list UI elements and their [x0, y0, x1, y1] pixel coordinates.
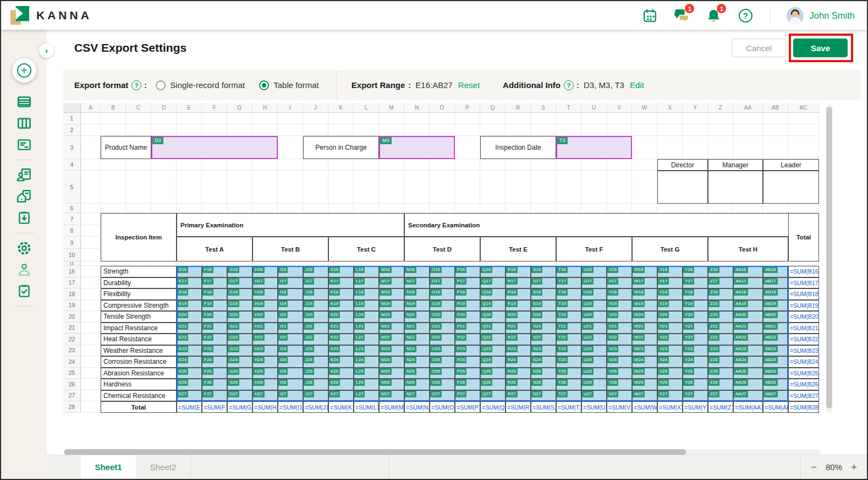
data-cell-e20[interactable]: E20 [177, 311, 202, 323]
data-cell-f20[interactable]: F20 [202, 311, 227, 323]
sheet-cell[interactable] [531, 113, 556, 124]
sheet-cell[interactable] [480, 261, 506, 266]
data-cell-j16[interactable]: J16 [303, 266, 328, 277]
data-cell-p21[interactable]: P21 [455, 323, 480, 334]
inspection-item-label[interactable]: Corrosion Resistance [101, 356, 177, 368]
data-cell-s20[interactable]: S20 [531, 311, 556, 323]
column-header-r[interactable]: R [506, 103, 531, 113]
data-cell-k22[interactable]: K22 [328, 334, 354, 345]
data-cell-i26[interactable]: I26 [278, 379, 303, 390]
column-total-formula-cell[interactable]: =SUM(I16: [278, 401, 303, 413]
data-cell-l18[interactable]: L18 [354, 288, 379, 300]
data-cell-j21[interactable]: J21 [303, 323, 328, 334]
chat-button[interactable]: 1 [674, 8, 689, 23]
data-cell-f16[interactable]: F16 [202, 266, 227, 277]
data-cell-w27[interactable]: W27 [632, 390, 657, 402]
sheet-cell[interactable] [278, 124, 303, 136]
row-header-2[interactable]: 2 [63, 124, 81, 136]
column-header-n[interactable]: N [404, 103, 430, 113]
data-cell-r22[interactable]: R22 [506, 334, 531, 345]
sheet-cell[interactable] [581, 124, 607, 136]
data-cell-aa23[interactable]: AA23 [733, 345, 763, 357]
row-header-18[interactable]: 18 [63, 288, 81, 300]
data-cell-f23[interactable]: F23 [202, 345, 227, 357]
sheet-cell[interactable] [480, 204, 506, 213]
data-cell-ab22[interactable]: AB22 [763, 334, 788, 345]
data-cell-h17[interactable]: H17 [252, 277, 278, 289]
sheet-cell[interactable] [81, 159, 101, 171]
data-cell-t26[interactable]: T26 [556, 379, 581, 390]
data-cell-r16[interactable]: R16 [506, 266, 531, 277]
column-total-formula-cell[interactable]: =SUM(R16: [506, 401, 531, 413]
data-cell-k17[interactable]: K17 [328, 277, 354, 289]
sheet-cell[interactable] [278, 159, 303, 171]
row-total-formula-cell[interactable]: =SUM(B26: [788, 379, 819, 390]
data-cell-g19[interactable]: G19 [227, 300, 252, 312]
inspection-item-label[interactable]: Heat Resistance [101, 334, 177, 345]
sheet-cell[interactable] [404, 159, 430, 171]
data-cell-u27[interactable]: U27 [581, 390, 607, 402]
column-total-formula-cell[interactable]: =SUM(W16: [632, 401, 657, 413]
data-cell-m18[interactable]: M18 [379, 288, 404, 300]
data-cell-v24[interactable]: V24 [607, 356, 632, 368]
data-cell-q24[interactable]: Q24 [480, 356, 506, 368]
data-cell-n20[interactable]: N20 [404, 311, 430, 323]
sheet-cell[interactable] [202, 171, 227, 204]
sheet-cell[interactable] [632, 204, 657, 213]
sheet-cell[interactable] [708, 204, 733, 213]
tab-sheet2[interactable]: Sheet2 [136, 455, 191, 479]
sheet-cell[interactable] [556, 204, 581, 213]
data-cell-y26[interactable]: Y26 [683, 379, 708, 390]
data-cell-y20[interactable]: Y20 [683, 311, 708, 323]
select-all-corner[interactable] [63, 103, 81, 113]
test-header-3[interactable]: Test C [328, 237, 404, 261]
data-cell-u19[interactable]: U19 [581, 300, 607, 312]
sheet-cell[interactable] [788, 113, 819, 124]
row-total-formula-cell[interactable]: =SUM(B27: [788, 390, 819, 402]
sidebar-item-list[interactable] [16, 94, 32, 110]
sheet-cell[interactable] [151, 261, 177, 266]
data-cell-e23[interactable]: E23 [177, 345, 202, 357]
sheet-cell[interactable] [101, 159, 126, 171]
inspection-item-label[interactable]: Flexibility [101, 288, 177, 300]
data-cell-i22[interactable]: I22 [278, 334, 303, 345]
sheet-cell[interactable] [81, 356, 101, 368]
sheet-cell[interactable] [354, 159, 379, 171]
row-total-formula-cell[interactable]: =SUM(B17: [788, 277, 819, 289]
data-cell-q19[interactable]: Q19 [480, 300, 506, 312]
sheet-cell[interactable] [328, 261, 354, 266]
column-total-formula-cell[interactable]: =SUM(V16: [607, 401, 632, 413]
data-cell-x17[interactable]: X17 [657, 277, 683, 289]
sheet-cell[interactable] [632, 124, 657, 136]
data-cell-h20[interactable]: H20 [252, 311, 278, 323]
data-cell-v16[interactable]: V16 [607, 266, 632, 277]
column-header-b[interactable]: B [101, 103, 126, 113]
data-cell-q16[interactable]: Q16 [480, 266, 506, 277]
data-cell-l20[interactable]: L20 [354, 311, 379, 323]
data-cell-l27[interactable]: L27 [354, 390, 379, 402]
data-cell-r21[interactable]: R21 [506, 323, 531, 334]
data-cell-o23[interactable]: O23 [430, 345, 455, 357]
sheet-cell[interactable] [126, 204, 151, 213]
data-cell-n24[interactable]: N24 [404, 356, 430, 368]
data-cell-g16[interactable]: G16 [227, 266, 252, 277]
data-cell-e17[interactable]: E17 [177, 277, 202, 289]
sheet-cell[interactable] [81, 204, 101, 213]
data-cell-y25[interactable]: Y25 [683, 368, 708, 379]
row-header-11[interactable]: 11 [63, 261, 81, 266]
data-cell-z19[interactable]: Z19 [708, 300, 733, 312]
sidebar-item-settings[interactable] [16, 240, 32, 257]
sheet-cell[interactable] [303, 124, 328, 136]
data-cell-x24[interactable]: X24 [657, 356, 683, 368]
test-header-6[interactable]: Test F [556, 237, 632, 261]
data-cell-o24[interactable]: O24 [430, 356, 455, 368]
sheet-cell[interactable] [506, 261, 531, 266]
test-header-7[interactable]: Test G [632, 237, 708, 261]
data-cell-v25[interactable]: V25 [607, 368, 632, 379]
column-header-s[interactable]: S [531, 103, 556, 113]
column-total-formula-cell[interactable]: =SUM(T16: [556, 401, 581, 413]
sheet-cell[interactable] [733, 124, 763, 136]
data-cell-e25[interactable]: E25 [177, 368, 202, 379]
inspection-item-label[interactable]: Hardness [101, 379, 177, 390]
row-header-3[interactable]: 3 [63, 136, 81, 159]
